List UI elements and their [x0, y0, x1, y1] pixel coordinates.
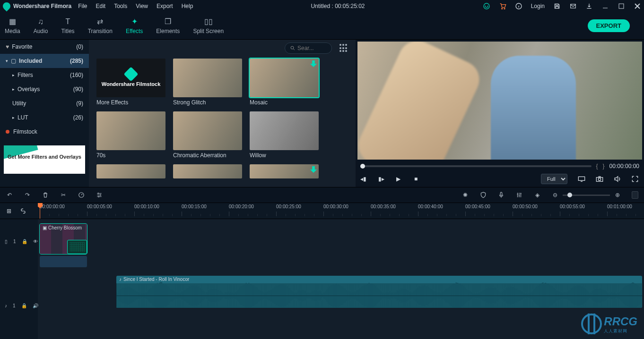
snapshot-icon[interactable] — [596, 175, 603, 183]
sidebar-item-utility[interactable]: Utility (9) — [0, 96, 89, 110]
chevron-down-icon: ▾ — [6, 59, 8, 63]
sidebar-item-filters[interactable]: ▸Filters (160) — [0, 68, 89, 82]
ruler-stamp: 00:00:00:00 — [40, 204, 65, 209]
effect-card-more[interactable]: Wondershare Filmstock More Effects — [96, 59, 165, 106]
count-favorite: (0) — [76, 43, 83, 50]
tab-media[interactable]: ▦Media — [5, 17, 20, 34]
effect-card-70s[interactable]: 70s — [96, 111, 165, 159]
sidebar-item-included[interactable]: ▾▢Included (285) — [0, 54, 89, 68]
keyframe-button[interactable]: ◈ — [533, 191, 541, 199]
ruler-stamp: 00:00:15:00 — [182, 204, 207, 209]
delete-button[interactable] — [42, 191, 49, 199]
tab-elements[interactable]: ❐Elements — [156, 17, 180, 34]
menu-view[interactable]: View — [136, 3, 148, 9]
ruler-stamp: 00:00:25:00 — [276, 204, 301, 209]
heart-icon: ♥ — [6, 43, 9, 50]
audio-clip[interactable]: ♪Since I Started - Roll In Vinocor — [116, 276, 642, 308]
effect-card-partial-3[interactable] — [250, 164, 319, 178]
thumb-more: Wondershare Filmstock — [96, 59, 165, 97]
search-icon — [290, 45, 296, 51]
lock-icon[interactable]: 🔒 — [22, 239, 27, 244]
zoom-in-button[interactable]: ⊕ — [614, 191, 621, 199]
preview-viewport[interactable] — [357, 42, 642, 160]
timeline-layout-toggle[interactable] — [632, 191, 638, 199]
effect-card-chromatic-aberration[interactable]: Chromatic Aberration — [173, 111, 242, 159]
speed-button[interactable] — [78, 191, 85, 199]
tab-split-screen[interactable]: ▯▯Split Screen — [193, 17, 224, 34]
menu-export[interactable]: Export — [157, 3, 173, 9]
prev-frame-button[interactable]: ◂▮ — [360, 175, 368, 183]
tab-transition[interactable]: ⇄Transition — [88, 17, 113, 34]
support-icon[interactable] — [483, 2, 490, 10]
tab-audio[interactable]: ♫Audio — [34, 17, 48, 34]
effect-card-mosaic[interactable]: Mosaic — [250, 59, 319, 106]
menu-file[interactable]: File — [78, 3, 87, 9]
sidebar-item-lut[interactable]: ▸LUT (26) — [0, 110, 89, 125]
grid-view-toggle[interactable] — [339, 44, 348, 52]
count-filters: (160) — [70, 72, 83, 78]
eye-icon[interactable]: 👁 — [33, 239, 38, 244]
info-icon[interactable] — [515, 2, 522, 10]
sidebar-item-overlays[interactable]: ▸Overlays (90) — [0, 82, 89, 96]
mark-in-icon[interactable]: { — [596, 163, 598, 170]
track-header-audio[interactable]: ♪ 1 🔒 🔊 — [0, 289, 38, 322]
login-button[interactable]: Login — [531, 3, 545, 9]
display-settings-icon[interactable] — [578, 175, 585, 183]
timeline-ruler[interactable]: 00:00:00:0000:00:05:0000:00:10:0000:00:1… — [38, 203, 644, 219]
effect-card-partial-1[interactable] — [96, 164, 165, 178]
effect-card-partial-2[interactable] — [173, 164, 242, 178]
menu-tools[interactable]: Tools — [114, 3, 127, 9]
zoom-out-button[interactable]: ⊖ — [551, 191, 559, 199]
mic-button[interactable] — [497, 191, 505, 199]
lock-icon[interactable]: 🔒 — [21, 303, 27, 308]
effect-overlay-clip[interactable] — [67, 240, 87, 254]
sidebar-item-filmstock[interactable]: Filmstock — [0, 125, 89, 139]
link-button[interactable] — [20, 208, 26, 214]
playhead[interactable] — [40, 203, 40, 219]
menu-edit[interactable]: Edit — [96, 3, 105, 9]
play-button[interactable]: ▶ — [396, 175, 404, 183]
window-maximize-icon[interactable] — [618, 2, 625, 10]
search-box[interactable] — [285, 42, 332, 54]
effect-card-strong-glitch[interactable]: Strong Glitch — [173, 59, 242, 106]
track-lanes[interactable]: ▣Cherry Blossom ♪Since I Started - Roll … — [38, 219, 644, 339]
next-frame-button[interactable]: ▮▸ — [378, 175, 386, 183]
tab-titles[interactable]: TTitles — [61, 17, 74, 34]
zoom-thumb[interactable] — [567, 193, 572, 197]
seek-handle[interactable] — [360, 164, 365, 169]
menu-help[interactable]: Help — [182, 3, 193, 9]
speaker-icon[interactable]: 🔊 — [33, 303, 38, 308]
sub-clip[interactable] — [40, 256, 87, 267]
download-icon[interactable] — [585, 2, 593, 10]
save-icon[interactable] — [553, 2, 561, 10]
mark-out-icon[interactable]: } — [603, 163, 605, 170]
fullscreen-icon[interactable] — [632, 175, 639, 183]
track-header-video[interactable]: ▯ 1 🔒 👁 — [0, 219, 38, 263]
shield-button[interactable] — [479, 191, 487, 199]
mixer-button[interactable] — [515, 191, 523, 199]
export-button[interactable]: EXPORT — [588, 19, 630, 32]
stop-button[interactable]: ■ — [414, 175, 422, 183]
undo-button[interactable]: ↶ — [6, 191, 13, 199]
message-icon[interactable] — [569, 2, 577, 10]
add-track-button[interactable]: ⊞ — [7, 208, 13, 214]
watermark: RRCG 人人素材网 — [581, 314, 637, 334]
preview-quality-select[interactable]: Full — [541, 174, 567, 184]
timeline-toolbar: ↶ ↷ ✂ ✺ ◈ ⊖ ⊕ — [0, 187, 644, 203]
window-minimize-icon[interactable] — [601, 2, 609, 10]
sidebar-item-favorite[interactable]: ♥Favorite (0) — [0, 40, 89, 54]
search-input[interactable] — [297, 45, 323, 51]
redo-button[interactable]: ↷ — [24, 191, 31, 199]
adjust-button[interactable] — [96, 191, 103, 199]
effect-card-willow[interactable]: Willow — [250, 111, 319, 159]
volume-icon[interactable] — [614, 175, 621, 183]
tab-effects[interactable]: ✦Effects — [126, 17, 143, 34]
color-button[interactable]: ✺ — [461, 191, 469, 199]
promo-banner[interactable]: Get More Filters and Overlays — [4, 145, 85, 174]
split-button[interactable]: ✂ — [60, 191, 67, 199]
preview-seek-bar[interactable] — [360, 165, 592, 167]
zoom-slider[interactable] — [563, 195, 610, 196]
cart-icon[interactable] — [499, 2, 506, 10]
track-video-label: 1 — [13, 239, 16, 244]
window-close-icon[interactable] — [634, 2, 641, 10]
